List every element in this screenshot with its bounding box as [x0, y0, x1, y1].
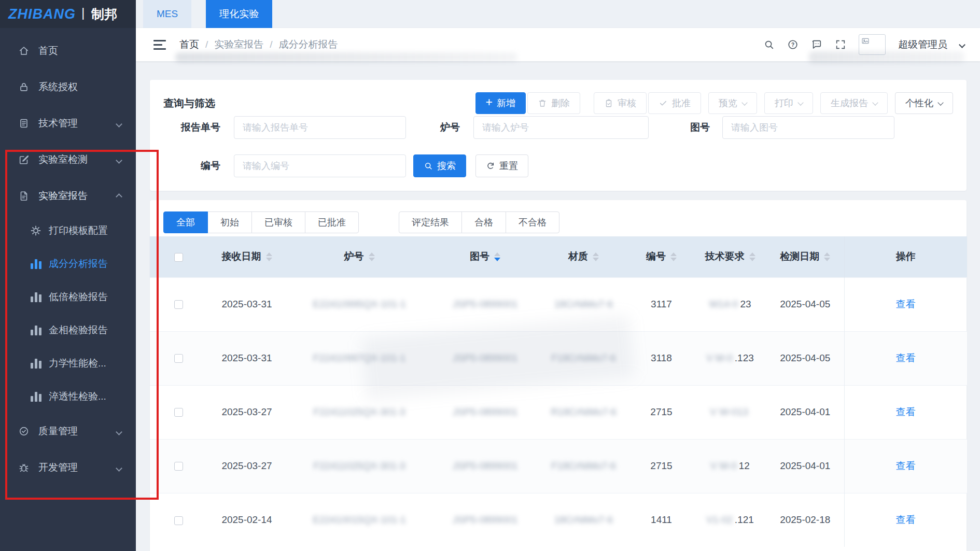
brand-logo: ZHIBANG 丨 制邦 [0, 0, 136, 28]
tab-mes[interactable]: MES [143, 0, 191, 28]
sort-icon[interactable] [266, 252, 272, 261]
sidebar-item-label: 力学性能检... [49, 357, 106, 370]
sidebar-item-tech-management[interactable]: 技术管理 [0, 105, 136, 142]
status-tab-initial[interactable]: 初始 [207, 211, 252, 233]
sort-icon[interactable] [369, 252, 375, 261]
cell-code: 2715 [629, 385, 694, 439]
svg-text:?: ? [791, 42, 794, 48]
status-tab-approved[interactable]: 已批准 [305, 211, 359, 233]
help-icon[interactable]: ? [787, 39, 799, 50]
result-tab-fail[interactable]: 不合格 [506, 211, 559, 233]
select-all-checkbox[interactable] [174, 253, 183, 262]
chevron-down-icon [117, 154, 121, 165]
sort-icon[interactable] [593, 252, 599, 261]
furnace-no-input[interactable] [473, 116, 649, 139]
report-icon [18, 190, 30, 202]
row-checkbox[interactable] [174, 516, 183, 525]
button-label: 批准 [672, 97, 691, 109]
view-link[interactable]: 查看 [896, 514, 916, 525]
sidebar-item-low-mag-report[interactable]: 低倍检验报告 [0, 280, 136, 314]
cell-drawing-no: JSP5-0899001 [432, 331, 538, 385]
sidebar-item-system-auth[interactable]: 系统授权 [0, 69, 136, 105]
sidebar-item-composition-analysis-report[interactable]: 成分分析报告 [0, 247, 136, 280]
sidebar-item-metallographic-report[interactable]: 金相检验报告 [0, 314, 136, 347]
user-name[interactable]: 超级管理员 [898, 38, 947, 51]
sidebar-item-mechanical-report[interactable]: 力学性能检... [0, 347, 136, 380]
cell-furnace-no: F22411025QX-301-3 [287, 385, 432, 439]
row-checkbox[interactable] [174, 300, 183, 309]
generate-report-dropdown-button[interactable]: 生成报告 [820, 92, 888, 114]
add-button[interactable]: + 新增 [475, 92, 526, 114]
column-header-material[interactable]: 材质 [538, 236, 629, 277]
table-row: 2025-03-31 F22410997QX-101-1 JSP5-089900… [150, 331, 967, 385]
cell-furnace-no: E22410015QX-101-1 [287, 493, 432, 547]
tab-physchem-lab[interactable]: 理化实验 [206, 0, 272, 28]
user-menu-chevron-icon[interactable] [960, 40, 964, 49]
sidebar-item-label: 金相检验报告 [49, 323, 108, 337]
cell-code: 3117 [629, 277, 694, 331]
approve-button[interactable]: 批准 [648, 92, 701, 114]
sidebar-item-lab-testing[interactable]: 实验室检测 [0, 142, 136, 178]
column-header-tech-requirement[interactable]: 技术要求 [694, 236, 766, 277]
cell-test-date: 2025-04-05 [766, 331, 844, 385]
cell-action: 查看 [844, 331, 967, 385]
view-link[interactable]: 查看 [896, 406, 916, 417]
audit-button[interactable]: 审核 [594, 92, 647, 114]
refresh-icon [486, 161, 495, 171]
cell-tech-requirement: V1-02.121 [694, 493, 766, 547]
sort-icon-active[interactable] [494, 252, 500, 261]
status-tab-audited[interactable]: 已审核 [251, 211, 305, 233]
sort-icon[interactable] [670, 252, 677, 261]
sort-icon[interactable] [824, 252, 830, 261]
sidebar-item-label: 低倍检验报告 [49, 290, 108, 304]
search-button[interactable]: 搜索 [413, 154, 466, 177]
column-header-drawing-no[interactable]: 图号 [432, 236, 538, 277]
sidebar-item-hardenability-report[interactable]: 淬透性检验... [0, 380, 136, 413]
reports-panel: 全部 初始 已审核 已批准 评定结果 合格 不合格 [150, 200, 967, 551]
result-tab-evaluation[interactable]: 评定结果 [399, 211, 462, 233]
result-tab-pass[interactable]: 合格 [461, 211, 506, 233]
avatar[interactable] [859, 34, 886, 55]
report-no-input[interactable] [234, 116, 406, 139]
row-checkbox[interactable] [174, 462, 183, 471]
message-icon[interactable] [811, 39, 822, 50]
sidebar-item-quality-management[interactable]: 质量管理 [0, 413, 136, 449]
quality-check-icon [18, 426, 30, 437]
sidebar-item-lab-reports[interactable]: 实验室报告 [0, 178, 136, 214]
sort-icon[interactable] [749, 252, 755, 261]
cell-select [150, 277, 207, 331]
drawing-no-input[interactable] [722, 116, 894, 139]
button-label: 删除 [551, 97, 570, 109]
view-link[interactable]: 查看 [896, 352, 916, 363]
cell-test-date: 2025-04-01 [766, 439, 844, 493]
preview-dropdown-button[interactable]: 预览 [708, 92, 757, 114]
tab-label: MES [157, 8, 178, 20]
delete-button[interactable]: 删除 [527, 92, 580, 114]
print-dropdown-button[interactable]: 打印 [764, 92, 813, 114]
column-header-test-date[interactable]: 检测日期 [766, 236, 844, 277]
sidebar-item-label: 成分分析报告 [49, 257, 108, 271]
view-link[interactable]: 查看 [896, 460, 916, 471]
breadcrumb-home[interactable]: 首页 [179, 38, 199, 51]
status-tab-all[interactable]: 全部 [163, 211, 208, 233]
breadcrumb-lab-reports[interactable]: 实验室报告 [214, 38, 263, 51]
search-icon[interactable] [763, 39, 775, 50]
fullscreen-icon[interactable] [835, 39, 846, 50]
column-header-code[interactable]: 编号 [629, 236, 694, 277]
sidebar-item-dev-management[interactable]: 开发管理 [0, 449, 136, 486]
sidebar-item-home[interactable]: 首页 [0, 33, 136, 69]
chevron-down-icon [117, 462, 121, 473]
row-checkbox[interactable] [174, 354, 183, 363]
row-checkbox[interactable] [174, 408, 183, 417]
code-input[interactable] [234, 154, 406, 177]
header-actions: ? 超级管理员 [763, 34, 964, 55]
column-header-receive-date[interactable]: 接收日期 [207, 236, 287, 277]
sidebar-item-print-template-config[interactable]: 打印模板配置 [0, 214, 136, 247]
view-link[interactable]: 查看 [896, 299, 916, 309]
table-row: 2025-03-31 E22410995QX-101-1 JSP5-089900… [150, 277, 967, 331]
column-header-furnace-no[interactable]: 炉号 [287, 236, 432, 277]
menu-fold-icon[interactable] [153, 40, 166, 50]
cell-drawing-no: JSP5-0899001 [432, 277, 538, 331]
personalize-dropdown-button[interactable]: 个性化 [895, 92, 953, 114]
reset-button[interactable]: 重置 [475, 154, 528, 177]
